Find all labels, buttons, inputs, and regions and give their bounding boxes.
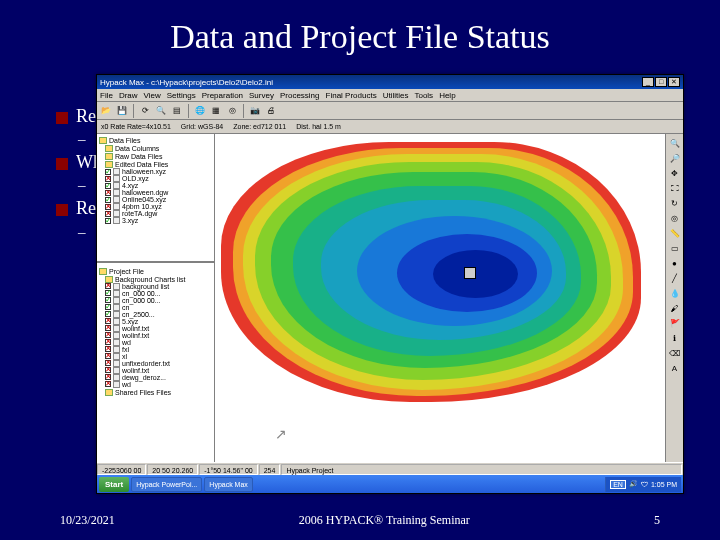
tree-item-label: wolinf.txt	[122, 367, 149, 374]
menu-processing[interactable]: Processing	[280, 91, 320, 100]
file-icon	[113, 297, 120, 304]
tree-folder[interactable]: Background Charts list	[105, 276, 212, 283]
taskbar-item[interactable]: Hypack Max	[204, 477, 253, 492]
tree-item[interactable]: 4pbm 10.xyz	[105, 203, 212, 210]
tool-camera-icon[interactable]: 📷	[248, 104, 262, 118]
rtool-rotate-icon[interactable]: ↻	[668, 196, 682, 210]
tool-globe-icon[interactable]: 🌐	[193, 104, 207, 118]
menubar: File Draw View Settings Preparation Surv…	[97, 89, 683, 102]
tree-item[interactable]: xl	[105, 353, 212, 360]
close-button[interactable]: ✕	[668, 77, 680, 87]
rtool-dropper-icon[interactable]: 💧	[668, 286, 682, 300]
menu-draw[interactable]: Draw	[119, 91, 138, 100]
tool-target-icon[interactable]: ◎	[225, 104, 239, 118]
menu-tools[interactable]: Tools	[414, 91, 433, 100]
rtool-extent-icon[interactable]: ⛶	[668, 181, 682, 195]
menu-file[interactable]: File	[100, 91, 113, 100]
tree-item[interactable]: wolinf.txt	[105, 325, 212, 332]
tool-print-icon[interactable]: 🖨	[264, 104, 278, 118]
tree-item[interactable]: 5.xyz	[105, 318, 212, 325]
tree-item[interactable]: wd	[105, 381, 212, 388]
tree-item[interactable]: wolinf.txt	[105, 332, 212, 339]
tree-item[interactable]: halloween.dgw	[105, 189, 212, 196]
tree-root-data[interactable]: Data Files	[99, 137, 212, 144]
tree-item[interactable]: cn_000 00...	[105, 297, 212, 304]
menu-utilities[interactable]: Utilities	[383, 91, 409, 100]
slide-page: 5	[654, 513, 660, 528]
folder-icon	[99, 137, 107, 144]
rtool-measure-icon[interactable]: 📏	[668, 226, 682, 240]
menu-view[interactable]: View	[144, 91, 161, 100]
tree-item[interactable]: cn_000 00...	[105, 290, 212, 297]
rtool-info-icon[interactable]: ℹ	[668, 331, 682, 345]
tree-folder[interactable]: Edited Data Files	[105, 161, 212, 168]
tree-item[interactable]: roteTA.dgw	[105, 210, 212, 217]
menu-preparation[interactable]: Preparation	[202, 91, 243, 100]
tree-item-label: 3.xyz	[122, 217, 138, 224]
file-icon	[113, 374, 120, 381]
taskbar-item[interactable]: Hypack PowerPoi...	[131, 477, 202, 492]
menu-settings[interactable]: Settings	[167, 91, 196, 100]
tree-item[interactable]: 4.xyz	[105, 182, 212, 189]
arrow-annotation-icon: ↗	[275, 426, 287, 442]
check-enabled-icon[interactable]	[105, 218, 111, 224]
tree-item-label: wd	[122, 381, 131, 388]
language-indicator[interactable]: EN	[610, 480, 626, 489]
tree-item[interactable]: 3.xyz	[105, 217, 212, 224]
tree-item[interactable]: cn_2500...	[105, 311, 212, 318]
minimize-button[interactable]: _	[642, 77, 654, 87]
rtool-target-icon[interactable]: ◎	[668, 211, 682, 225]
rtool-flag-icon[interactable]: 🚩	[668, 316, 682, 330]
rtool-brush-icon[interactable]: 🖌	[668, 301, 682, 315]
tree-item[interactable]: unfixedorder.txt	[105, 360, 212, 367]
project-file-tree[interactable]: Project File Background Charts list back…	[97, 265, 214, 462]
tree-root-project[interactable]: Project File	[99, 268, 212, 275]
rtool-point-icon[interactable]: ●	[668, 256, 682, 270]
tree-folder[interactable]: Shared Files Files	[105, 389, 212, 396]
tree-item[interactable]: OLD.xyz	[105, 175, 212, 182]
tool-layers-icon[interactable]: ▤	[170, 104, 184, 118]
system-tray[interactable]: EN 🔊 🛡 1:05 PM	[605, 477, 681, 492]
rtool-erase-icon[interactable]: ⌫	[668, 346, 682, 360]
rtool-line-icon[interactable]: ╱	[668, 271, 682, 285]
tree-item[interactable]: halloween.xyz	[105, 168, 212, 175]
tree-item[interactable]: cn	[105, 304, 212, 311]
tree-folder[interactable]: Raw Data Files	[105, 153, 212, 160]
rtool-zoom-in-icon[interactable]: 🔍	[668, 136, 682, 150]
check-disabled-icon[interactable]	[105, 381, 111, 387]
tree-item[interactable]: Online045.xyz	[105, 196, 212, 203]
clock[interactable]: 1:05 PM	[651, 481, 677, 488]
tool-refresh-icon[interactable]: ⟳	[138, 104, 152, 118]
menu-help[interactable]: Help	[439, 91, 455, 100]
tool-open-icon[interactable]: 📂	[99, 104, 113, 118]
maximize-button[interactable]: □	[655, 77, 667, 87]
tree-item-label: Online045.xyz	[122, 196, 166, 203]
status-zone: Zone: ed712 011	[233, 123, 286, 130]
map-canvas[interactable]: ↗	[215, 134, 665, 462]
menu-final-products[interactable]: Final Products	[326, 91, 377, 100]
file-icon	[113, 304, 120, 311]
tree-folder[interactable]: Data Columns	[105, 145, 212, 152]
tray-icon[interactable]: 🔊	[629, 480, 638, 488]
file-icon	[113, 168, 120, 175]
slide-title: Data and Project File Status	[0, 0, 720, 62]
rtool-select-icon[interactable]: ▭	[668, 241, 682, 255]
rtool-pan-icon[interactable]: ✥	[668, 166, 682, 180]
status-dist: Dist. hal 1.5 m	[296, 123, 341, 130]
tool-chart-icon[interactable]: ▦	[209, 104, 223, 118]
tree-item[interactable]: dewg_deroz...	[105, 374, 212, 381]
tree-item[interactable]: fxl	[105, 346, 212, 353]
data-files-tree[interactable]: Data Files Data Columns Raw Data Files E…	[97, 134, 214, 259]
tree-item[interactable]: background list	[105, 283, 212, 290]
rtool-text-icon[interactable]: A	[668, 361, 682, 375]
start-button[interactable]: Start	[99, 477, 129, 492]
menu-survey[interactable]: Survey	[249, 91, 274, 100]
rtool-zoom-out-icon[interactable]: 🔎	[668, 151, 682, 165]
titlebar[interactable]: Hypack Max - c:\Hypack\projects\Delo2\De…	[97, 75, 683, 89]
file-icon	[113, 290, 120, 297]
tray-icon[interactable]: 🛡	[641, 481, 648, 488]
tree-item[interactable]: wd	[105, 339, 212, 346]
tool-save-icon[interactable]: 💾	[115, 104, 129, 118]
tool-zoom-icon[interactable]: 🔍	[154, 104, 168, 118]
tree-item[interactable]: wolinf.txt	[105, 367, 212, 374]
